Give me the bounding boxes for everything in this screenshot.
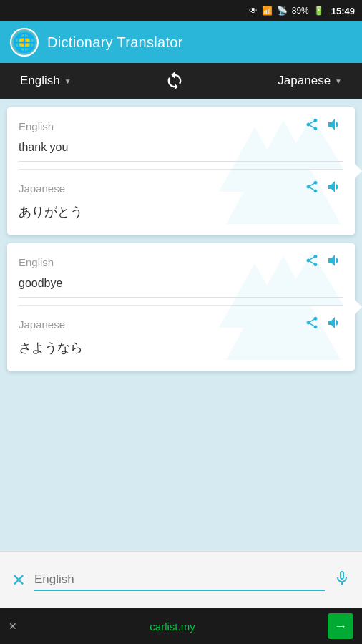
card2-source-lang-label: English bbox=[19, 256, 54, 268]
target-language-label: Japanese bbox=[278, 74, 331, 88]
card-source-lang-label: English bbox=[19, 120, 54, 132]
swap-icon bbox=[165, 71, 185, 91]
language-selector-bar: English ▼ Japanese ▼ bbox=[0, 63, 362, 99]
main-content: English thank you Japanese bbox=[0, 99, 362, 551]
status-time: 15:49 bbox=[331, 6, 355, 16]
status-bar: 👁 📶 📡 89% 🔋 15:49 bbox=[0, 0, 362, 21]
translation-card-2: English goodbye Japanese bbox=[7, 243, 355, 371]
wifi-icon: 📶 bbox=[262, 6, 273, 16]
card-target-section: Japanese ありがとう bbox=[7, 170, 355, 235]
ad-close-button[interactable]: ✕ bbox=[9, 620, 17, 632]
swap-languages-button[interactable] bbox=[162, 68, 187, 94]
card2-source-text: goodbye bbox=[19, 277, 62, 289]
card-source-label-row: English bbox=[19, 116, 343, 137]
source-language-button[interactable]: English ▼ bbox=[11, 68, 80, 94]
card2-target-text-row: さようなら bbox=[19, 339, 343, 364]
app-bar: 🌐 Dictionary Translator bbox=[0, 21, 362, 63]
input-area: ✕ bbox=[0, 551, 362, 608]
audio-button-2[interactable] bbox=[326, 178, 343, 199]
logo-icon: 🌐 bbox=[13, 31, 36, 54]
card2-source-label-row: English bbox=[19, 252, 343, 273]
card2-target-icons bbox=[305, 314, 343, 335]
card2-target-section: Japanese さようなら bbox=[7, 306, 355, 371]
card-source-text: thank you bbox=[19, 141, 68, 153]
ad-text: carlist.my bbox=[150, 620, 195, 633]
audio-button[interactable] bbox=[326, 116, 343, 137]
app-title: Dictionary Translator bbox=[47, 34, 183, 51]
card-source-section: English thank you bbox=[7, 107, 355, 169]
card2-target-text: さようなら bbox=[19, 341, 83, 355]
translation-card: English thank you Japanese bbox=[7, 107, 355, 235]
card2-source-section: English goodbye bbox=[7, 243, 355, 305]
target-lang-arrow-icon: ▼ bbox=[335, 77, 342, 85]
share-button-4[interactable] bbox=[305, 316, 319, 333]
search-input[interactable] bbox=[34, 570, 325, 591]
app-logo: 🌐 bbox=[10, 28, 39, 57]
share-button[interactable] bbox=[305, 117, 319, 135]
card-source-text-row: thank you bbox=[19, 141, 343, 162]
card-target-text-row: ありがとう bbox=[19, 203, 343, 228]
card2-source-text-row: goodbye bbox=[19, 277, 343, 298]
card2-target-lang-label: Japanese bbox=[19, 318, 65, 331]
ad-arrow-button[interactable]: → bbox=[328, 613, 353, 639]
card-target-icons bbox=[305, 178, 343, 199]
battery-icon: 🔋 bbox=[313, 6, 324, 16]
signal-icon: 📡 bbox=[277, 6, 288, 16]
card-target-text: ありがとう bbox=[19, 205, 83, 219]
visibility-icon: 👁 bbox=[249, 6, 258, 16]
microphone-button[interactable] bbox=[333, 570, 351, 591]
source-lang-arrow-icon: ▼ bbox=[64, 77, 72, 85]
share-button-2[interactable] bbox=[305, 180, 319, 197]
ad-bar: ✕ carlist.my → bbox=[0, 608, 362, 644]
card-target-lang-label: Japanese bbox=[19, 182, 65, 195]
audio-button-4[interactable] bbox=[326, 314, 343, 335]
audio-button-3[interactable] bbox=[326, 252, 343, 273]
card-source-icons bbox=[305, 116, 343, 137]
close-button[interactable]: ✕ bbox=[11, 570, 26, 590]
target-language-button[interactable]: Japanese ▼ bbox=[269, 68, 351, 94]
card-target-label-row: Japanese bbox=[19, 178, 343, 199]
battery-level: 89% bbox=[292, 6, 309, 16]
share-button-3[interactable] bbox=[305, 253, 319, 271]
card2-source-icons bbox=[305, 252, 343, 273]
source-language-label: English bbox=[20, 74, 60, 88]
card2-target-label-row: Japanese bbox=[19, 314, 343, 335]
